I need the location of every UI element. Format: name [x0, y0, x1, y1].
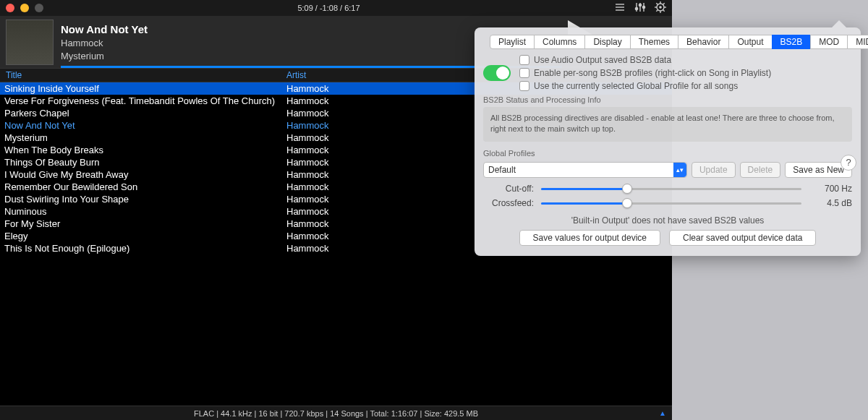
delete-button[interactable]: Delete	[740, 162, 781, 178]
track-title-cell: This Is Not Enough (Epilogue)	[0, 243, 284, 254]
track-title-cell: Numinous	[0, 206, 284, 217]
track-artist: Hammock	[61, 38, 148, 48]
cutoff-label: Cut-off:	[483, 184, 534, 194]
svg-point-8	[642, 6, 644, 8]
tab-display[interactable]: Display	[584, 35, 630, 49]
checkbox-label: Use Audio Output saved BS2B data	[534, 55, 671, 65]
minimize-icon[interactable]	[20, 4, 29, 12]
album-art[interactable]	[6, 20, 54, 65]
clear-device-button[interactable]: Clear saved output device data	[669, 230, 816, 246]
bs2b-info-box: All BS2B processing directives are disab…	[483, 107, 852, 142]
profiles-section-label: Global Profiles	[483, 149, 852, 158]
chevron-updown-icon: ▴▾	[676, 166, 684, 173]
svg-line-18	[663, 3, 665, 4]
bs2b-options: Use Audio Output saved BS2B dataEnable p…	[519, 55, 771, 91]
track-title-cell: Elegy	[0, 231, 284, 241]
checkbox-row[interactable]: Use Audio Output saved BS2B data	[519, 55, 771, 65]
track-title-cell: Parkers Chapel	[0, 108, 284, 119]
window-controls	[6, 4, 43, 12]
tab-behavior[interactable]: Behavior	[678, 35, 729, 49]
svg-point-7	[639, 4, 641, 6]
tab-columns[interactable]: Columns	[534, 35, 585, 49]
track-title-cell: Dust Swirling Into Your Shape	[0, 194, 284, 205]
tab-bs2b[interactable]: BS2B	[772, 35, 812, 49]
checkbox-row[interactable]: Enable per-song BS2B profiles (right-cli…	[519, 68, 771, 78]
titlebar: 5:09 / -1:08 / 6:17	[0, 0, 672, 16]
slider-thumb[interactable]	[622, 184, 632, 194]
track-title-cell: Verse For Forgiveness (Feat. Timebandit …	[0, 95, 284, 106]
svg-line-15	[656, 3, 658, 4]
tab-themes[interactable]: Themes	[630, 35, 678, 49]
update-button[interactable]: Update	[692, 162, 736, 178]
dropdown-value: Default	[488, 165, 516, 175]
info-text: All BS2B processing directives are disab…	[490, 113, 835, 133]
svg-point-10	[659, 6, 662, 9]
playback-time: 5:09 / -1:08 / 6:17	[43, 4, 614, 12]
checkbox-row[interactable]: Use the currently selected Global Profil…	[519, 81, 771, 91]
track-title-cell: Mysterium	[0, 132, 284, 143]
track-title-cell: Things Of Beauty Burn	[0, 157, 284, 168]
cutoff-value: 700 Hz	[809, 184, 852, 194]
close-icon[interactable]	[6, 4, 14, 12]
crossfeed-label: Crossfeed:	[483, 198, 534, 208]
gear-icon[interactable]	[655, 1, 666, 14]
status-section-label: BS2B Status and Processing Info	[483, 95, 852, 104]
disclosure-icon[interactable]: ▲	[659, 409, 666, 417]
svg-point-6	[635, 7, 637, 9]
checkbox[interactable]	[519, 55, 529, 65]
track-title-cell: Remember Our Bewildered Son	[0, 181, 284, 192]
prefs-tabs: PlaylistColumnsDisplayThemesBehaviorOutp…	[490, 35, 852, 49]
preferences-popover: PlaylistColumnsDisplayThemesBehaviorOutp…	[475, 27, 861, 256]
checkbox[interactable]	[519, 81, 529, 91]
header-title[interactable]: Title	[0, 70, 284, 80]
list-icon[interactable]	[614, 2, 626, 14]
track-title-cell: Sinking Inside Yourself	[0, 83, 284, 94]
status-text: FLAC | 44.1 kHz | 16 bit | 720.7 kbps | …	[194, 409, 478, 418]
track-title-cell: When The Body Breaks	[0, 145, 284, 155]
cutoff-slider[interactable]	[541, 188, 801, 190]
save-device-button[interactable]: Save values for output device	[519, 230, 660, 246]
crossfeed-slider[interactable]	[541, 202, 801, 205]
tab-output[interactable]: Output	[728, 35, 772, 49]
checkbox[interactable]	[519, 68, 529, 78]
checkbox-label: Use the currently selected Global Profil…	[534, 81, 738, 91]
track-title: Now And Not Yet	[61, 23, 148, 35]
equalizer-icon[interactable]	[634, 2, 646, 14]
checkbox-label: Enable per-song BS2B profiles (right-cli…	[534, 68, 771, 78]
profile-dropdown[interactable]: Default ▴▾	[483, 162, 687, 178]
svg-line-16	[663, 10, 665, 12]
tab-mod[interactable]: MOD	[810, 35, 848, 49]
tab-playlist[interactable]: Playlist	[490, 35, 535, 49]
svg-line-17	[656, 10, 658, 12]
crossfeed-value: 4.5 dB	[809, 198, 852, 208]
bs2b-master-toggle[interactable]	[483, 65, 511, 81]
tab-midi[interactable]: MIDI	[847, 35, 868, 49]
track-title-cell: For My Sister	[0, 218, 284, 229]
track-title-cell: Now And Not Yet	[0, 120, 284, 131]
statusbar: FLAC | 44.1 kHz | 16 bit | 720.7 kbps | …	[0, 406, 672, 420]
zoom-icon[interactable]	[35, 4, 43, 12]
device-notice: 'Built-in Output' does not have saved BS…	[483, 215, 852, 226]
track-album: Mysterium	[61, 51, 148, 61]
track-title-cell: I Would Give My Breath Away	[0, 169, 284, 180]
slider-thumb[interactable]	[622, 198, 632, 208]
help-button[interactable]: ?	[841, 155, 856, 171]
